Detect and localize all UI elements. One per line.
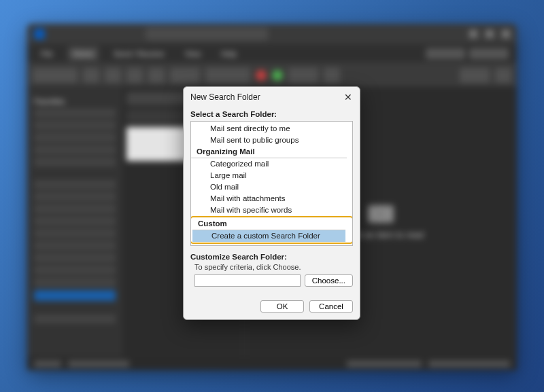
menu-view: View xyxy=(180,47,207,60)
titlebar xyxy=(27,24,517,44)
list-item[interactable]: Mail with attachments xyxy=(191,193,352,204)
sidebar-search-folders xyxy=(34,290,116,301)
list-group-organizing-mail: Organizing Mail xyxy=(191,146,347,158)
window-controls xyxy=(469,30,510,38)
folder-sidebar: Favorites xyxy=(27,88,122,357)
menu-send-receive: Send / Receive xyxy=(108,47,170,60)
menu-home: Home xyxy=(68,47,99,60)
titlebar-search xyxy=(146,28,268,40)
statusbar xyxy=(27,357,517,370)
menu-file: File xyxy=(35,47,58,60)
menubar: File Home Send / Receive View Help xyxy=(27,44,517,63)
highlight-annotation: Custom Create a custom Search Folder xyxy=(190,216,353,244)
new-search-folder-dialog: New Search Folder ✕ Select a Search Fold… xyxy=(183,86,360,320)
criteria-hint: To specify criteria, click Choose. xyxy=(194,263,353,271)
cancel-button[interactable]: Cancel xyxy=(309,300,353,313)
menu-help: Help xyxy=(216,47,242,60)
list-item-selected[interactable]: Create a custom Search Folder xyxy=(192,230,345,242)
ribbon xyxy=(27,63,517,88)
list-item[interactable]: Categorized mail xyxy=(191,158,352,170)
select-folder-label: Select a Search Folder: xyxy=(190,110,353,118)
close-icon[interactable]: ✕ xyxy=(342,91,354,103)
list-item[interactable]: Old mail xyxy=(191,181,352,193)
customize-label: Customize Search Folder: xyxy=(190,253,353,261)
dialog-title: New Search Folder xyxy=(190,92,260,102)
app-logo xyxy=(34,29,45,39)
list-group-custom: Custom xyxy=(192,218,345,230)
search-folder-list[interactable]: Mail sent directly to me Mail sent to pu… xyxy=(190,121,353,246)
criteria-field[interactable] xyxy=(194,274,301,287)
list-item[interactable]: Large mail xyxy=(191,170,352,181)
list-item[interactable]: Mail sent directly to me xyxy=(191,123,352,135)
list-item[interactable]: Mail sent to public groups xyxy=(191,135,352,146)
list-item[interactable]: Mail with specific words xyxy=(191,204,352,216)
ok-button[interactable]: OK xyxy=(260,300,304,313)
envelope-icon xyxy=(368,205,394,223)
choose-button[interactable]: Choose... xyxy=(305,274,353,287)
